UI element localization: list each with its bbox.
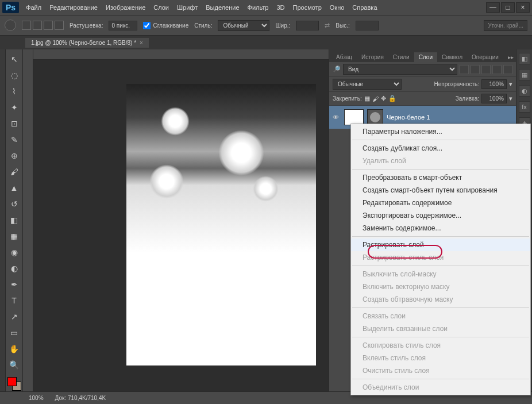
- swap-wh-icon[interactable]: ⇄: [325, 22, 330, 29]
- tab-styles[interactable]: Стили: [388, 52, 414, 62]
- left-collapse-strip[interactable]: [0, 49, 6, 391]
- filter-search-icon: 🔎: [333, 66, 341, 73]
- zoom-tool[interactable]: 🔍: [8, 359, 21, 371]
- healing-tool[interactable]: ⊕: [8, 149, 21, 162]
- type-tool[interactable]: T: [8, 294, 21, 307]
- menu-window[interactable]: Окно: [330, 4, 345, 11]
- refine-edge-button[interactable]: Уточн. край...: [484, 20, 527, 31]
- filter-adjust-icon[interactable]: [471, 65, 480, 74]
- visibility-icon[interactable]: 👁: [333, 114, 341, 121]
- tab-actions[interactable]: Операции: [467, 52, 503, 62]
- dock-color-icon[interactable]: ◧: [519, 53, 530, 64]
- layer-thumb[interactable]: [344, 109, 364, 125]
- doc-info[interactable]: Док: 710,4K/710,4K: [55, 395, 106, 401]
- cm-new-smart-copy[interactable]: Создать смарт-объект путем копирования: [351, 184, 530, 197]
- width-input[interactable]: [296, 21, 319, 30]
- ruler-vertical[interactable]: [23, 49, 33, 391]
- height-input[interactable]: [356, 21, 379, 30]
- menu-select[interactable]: Выделение: [206, 4, 239, 11]
- filter-type-icon[interactable]: [481, 65, 491, 74]
- foreground-color[interactable]: [7, 377, 17, 386]
- cm-blending-options[interactable]: Параметры наложения...: [351, 125, 530, 138]
- eyedropper-tool[interactable]: ✎: [8, 133, 21, 146]
- cm-edit-contents[interactable]: Редактировать содержимое: [351, 197, 530, 209]
- brush-tool[interactable]: 🖌: [8, 166, 21, 178]
- lock-pixels-icon[interactable]: 🖌: [372, 95, 379, 102]
- menu-3d[interactable]: 3D: [276, 4, 284, 11]
- cm-link-layers: Связать слои: [351, 310, 530, 322]
- dodge-tool[interactable]: ◐: [8, 262, 21, 275]
- crop-tool[interactable]: ⊡: [8, 117, 21, 130]
- filter-shape-icon[interactable]: [492, 65, 502, 74]
- feather-input[interactable]: [109, 21, 137, 30]
- marquee-subtract-icon[interactable]: [44, 21, 53, 30]
- menu-view[interactable]: Просмотр: [293, 4, 322, 11]
- dock-adjustments-icon[interactable]: ◐: [519, 85, 530, 97]
- menu-layer[interactable]: Слои: [153, 4, 169, 11]
- menu-file[interactable]: Файл: [26, 4, 41, 11]
- history-brush-tool[interactable]: ↺: [8, 198, 21, 210]
- cm-rasterize-layer[interactable]: Растрировать слой: [351, 238, 530, 251]
- marquee-tool[interactable]: ◌: [8, 69, 21, 82]
- color-swatches[interactable]: [7, 377, 21, 391]
- menu-help[interactable]: Справка: [352, 4, 377, 11]
- menu-edit[interactable]: Редактирование: [49, 4, 98, 11]
- layer-name[interactable]: Черно-белое 1: [387, 114, 430, 121]
- dock-swatches-icon[interactable]: ▦: [519, 69, 530, 80]
- marquee-add-icon[interactable]: [33, 21, 42, 30]
- cm-export-contents[interactable]: Экспортировать содержимое...: [351, 209, 530, 222]
- fill-dropdown-icon[interactable]: ▾: [509, 95, 512, 102]
- layer-mask-thumb[interactable]: [367, 109, 383, 125]
- filter-pixel-icon[interactable]: [460, 65, 469, 74]
- filter-smart-icon[interactable]: [503, 65, 512, 74]
- menu-image[interactable]: Изображение: [106, 4, 145, 11]
- tab-symbol[interactable]: Символ: [437, 52, 467, 62]
- tab-layers[interactable]: Слои: [414, 52, 437, 62]
- cm-duplicate-layer[interactable]: Создать дубликат слоя...: [351, 142, 530, 155]
- opacity-input[interactable]: [481, 79, 507, 89]
- lock-trans-icon[interactable]: ▦: [364, 95, 370, 102]
- doc-tab-close-icon[interactable]: ×: [140, 40, 143, 46]
- maximize-button[interactable]: □: [501, 2, 515, 13]
- tab-paragraph[interactable]: Абзац: [331, 52, 357, 62]
- lock-all-icon[interactable]: 🔒: [388, 95, 396, 102]
- opacity-dropdown-icon[interactable]: ▾: [509, 80, 512, 88]
- menu-filter[interactable]: Фильтр: [248, 4, 269, 11]
- lasso-tool[interactable]: ⌇: [8, 85, 21, 98]
- antialias-checkbox[interactable]: [143, 22, 151, 29]
- document-tab[interactable]: 1.jpg @ 100% (Черно-белое 1, RGB/8) * ×: [25, 38, 149, 48]
- move-tool[interactable]: ↖: [8, 53, 21, 66]
- gradient-tool[interactable]: ▦: [8, 230, 21, 243]
- stamp-tool[interactable]: ▲: [8, 182, 21, 194]
- minimize-button[interactable]: —: [486, 2, 500, 13]
- pen-tool[interactable]: ✒: [8, 278, 21, 291]
- eraser-tool[interactable]: ◧: [8, 214, 21, 226]
- wand-tool[interactable]: ✦: [8, 101, 21, 114]
- lock-position-icon[interactable]: ✥: [381, 95, 386, 102]
- menu-type[interactable]: Шрифт: [177, 4, 198, 11]
- document-canvas[interactable]: [126, 84, 316, 365]
- layer-filter-select[interactable]: Вид: [343, 64, 457, 75]
- hand-tool[interactable]: ✋: [8, 343, 21, 355]
- app-logo: Ps: [2, 2, 19, 13]
- marquee-new-icon[interactable]: [22, 21, 31, 30]
- marquee-intersect-icon[interactable]: [55, 21, 64, 30]
- shape-tool[interactable]: ▭: [8, 326, 21, 339]
- path-tool[interactable]: ↗: [8, 310, 21, 323]
- tab-history[interactable]: История: [357, 52, 388, 62]
- marquee-mode-icons: [22, 21, 64, 30]
- zoom-level[interactable]: 100%: [29, 395, 44, 401]
- tool-preset-icon[interactable]: [5, 20, 16, 31]
- blend-mode-select[interactable]: Обычные: [333, 79, 402, 90]
- cm-convert-smart[interactable]: Преобразовать в смарт-объект: [351, 171, 530, 184]
- dock-styles-icon[interactable]: fx: [519, 101, 530, 113]
- fill-input[interactable]: [481, 94, 507, 103]
- cm-replace-contents[interactable]: Заменить содержимое...: [351, 222, 530, 234]
- antialias-label: Сглаживание: [153, 22, 188, 29]
- style-select[interactable]: Обычный: [218, 20, 269, 31]
- close-button[interactable]: ×: [516, 2, 530, 13]
- cm-merge-layers: Объединить слои: [351, 381, 530, 394]
- style-label: Стиль:: [194, 22, 212, 29]
- ruler-horizontal[interactable]: [33, 49, 329, 60]
- blur-tool[interactable]: ◉: [8, 246, 21, 259]
